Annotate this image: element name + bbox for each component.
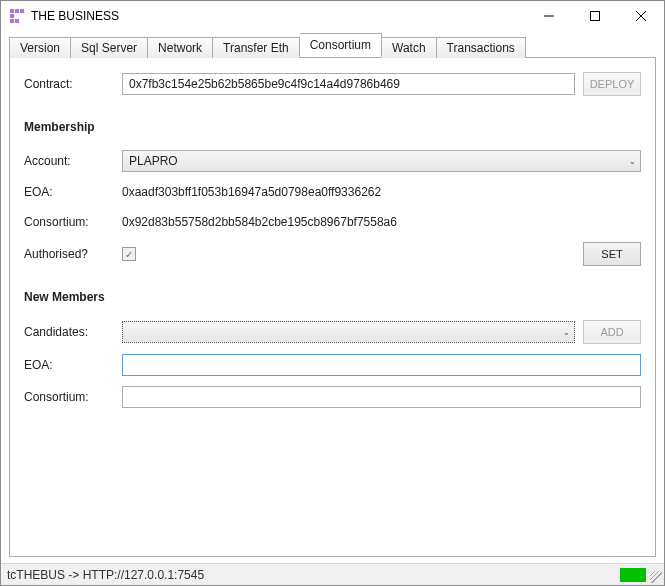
titlebar: THE BUSINESS — [1, 1, 664, 31]
maximize-button[interactable] — [572, 1, 618, 31]
account-row: Account: PLAPRO ⌄ — [24, 150, 641, 172]
account-label: Account: — [24, 154, 122, 168]
close-button[interactable] — [618, 1, 664, 31]
consortium-row: Consortium: 0x92d83b55758d2bb584b2cbe195… — [24, 212, 641, 232]
tab-sql-server[interactable]: Sql Server — [71, 37, 148, 58]
candidates-select[interactable]: ⌄ — [122, 321, 575, 343]
membership-heading: Membership — [24, 120, 641, 134]
contract-label: Contract: — [24, 77, 122, 91]
new-consortium-input[interactable] — [122, 386, 641, 408]
window-title: THE BUSINESS — [31, 9, 119, 23]
new-consortium-label: Consortium: — [24, 390, 122, 404]
new-members-heading: New Members — [24, 290, 641, 304]
contract-input[interactable] — [122, 73, 575, 95]
deploy-button[interactable]: DEPLOY — [583, 72, 641, 96]
tab-network[interactable]: Network — [148, 37, 213, 58]
content-area: Version Sql Server Network Transfer Eth … — [1, 31, 664, 555]
status-bar: tcTHEBUS -> HTTP://127.0.0.1:7545 — [1, 563, 664, 585]
tab-transfer-eth[interactable]: Transfer Eth — [213, 37, 300, 58]
window-controls — [526, 1, 664, 31]
tab-transactions[interactable]: Transactions — [437, 37, 526, 58]
new-eoa-row: EOA: — [24, 354, 641, 376]
eoa-value: 0xaadf303bff1f053b16947a5d0798ea0ff93362… — [122, 182, 641, 202]
contract-row: Contract: DEPLOY — [24, 72, 641, 96]
eoa-row: EOA: 0xaadf303bff1f053b16947a5d0798ea0ff… — [24, 182, 641, 202]
account-select[interactable]: PLAPRO ⌄ — [122, 150, 641, 172]
account-select-value: PLAPRO — [129, 154, 178, 168]
tab-panel-consortium: Contract: DEPLOY Membership Account: PLA… — [9, 57, 656, 557]
tabs-bar: Version Sql Server Network Transfer Eth … — [9, 35, 656, 57]
status-text: tcTHEBUS -> HTTP://127.0.0.1:7545 — [7, 568, 204, 582]
tab-version[interactable]: Version — [9, 37, 71, 58]
tab-watch[interactable]: Watch — [382, 37, 437, 58]
authorised-checkbox[interactable]: ✓ — [122, 247, 136, 261]
svg-rect-7 — [591, 12, 600, 21]
tab-consortium[interactable]: Consortium — [300, 33, 382, 57]
minimize-button[interactable] — [526, 1, 572, 31]
svg-rect-4 — [10, 19, 14, 23]
add-button[interactable]: ADD — [583, 320, 641, 344]
status-indicator — [620, 568, 646, 582]
candidates-row: Candidates: ⌄ ADD — [24, 320, 641, 344]
chevron-down-icon: ⌄ — [563, 328, 570, 337]
resize-grip[interactable] — [650, 571, 662, 583]
authorised-row: Authorised? ✓ SET — [24, 242, 641, 266]
new-consortium-row: Consortium: — [24, 386, 641, 408]
svg-rect-0 — [10, 9, 14, 13]
set-button[interactable]: SET — [583, 242, 641, 266]
candidates-label: Candidates: — [24, 325, 122, 339]
consortium-label: Consortium: — [24, 215, 122, 229]
svg-rect-5 — [15, 19, 19, 23]
eoa-label: EOA: — [24, 185, 122, 199]
chevron-down-icon: ⌄ — [629, 157, 636, 166]
svg-rect-3 — [10, 14, 14, 18]
new-eoa-input[interactable] — [122, 354, 641, 376]
authorised-label: Authorised? — [24, 247, 122, 261]
svg-rect-2 — [20, 9, 24, 13]
svg-rect-1 — [15, 9, 19, 13]
consortium-value: 0x92d83b55758d2bb584b2cbe195cb8967bf7558… — [122, 212, 641, 232]
app-icon — [9, 8, 25, 24]
new-eoa-label: EOA: — [24, 358, 122, 372]
